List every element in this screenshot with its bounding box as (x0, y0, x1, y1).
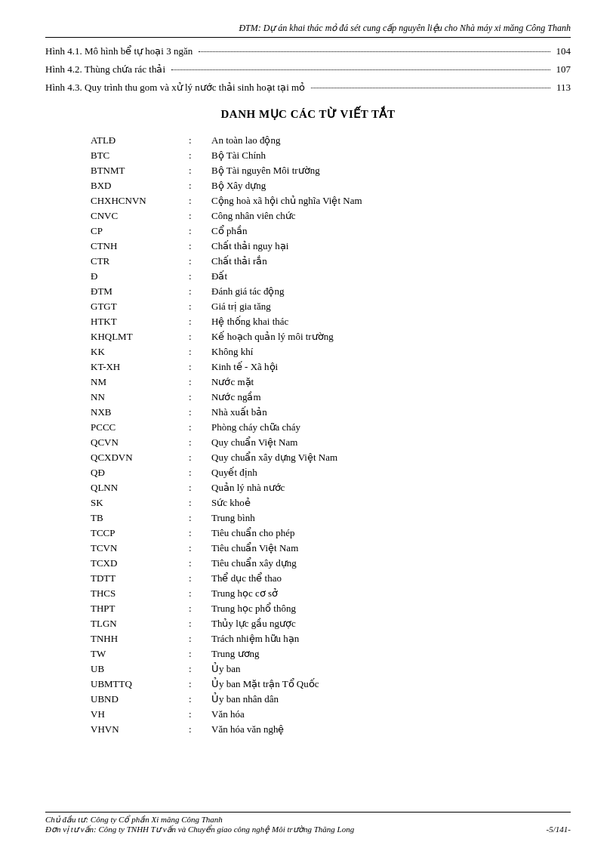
abbr-row: CHXHCNVN:Cộng hoà xã hội chủ nghĩa Việt … (91, 193, 616, 208)
abbr-row: UB:Ủy ban (91, 661, 616, 677)
abbr-definition: Ủy ban (211, 661, 616, 677)
abbr-colon: : (189, 526, 211, 541)
abbr-colon: : (189, 722, 211, 737)
footer-consultant: Đơn vị tư vấn: Công ty TNHH Tư vấn và Ch… (45, 825, 354, 834)
abbr-colon: : (189, 707, 211, 722)
abbr-definition: Tiêu chuẩn Việt Nam (211, 541, 616, 556)
page-header: ĐTM: Dự án khai thác mỏ đá sét cung cấp … (45, 23, 571, 38)
abbr-colon: : (189, 390, 211, 405)
abbr-colon: : (189, 661, 211, 677)
abbr-term: ATLĐ (91, 133, 189, 148)
abbr-term: CTR (91, 254, 189, 269)
header-text: ĐTM: Dự án khai thác mỏ đá sét cung cấp … (239, 23, 571, 33)
abbr-colon: : (189, 208, 211, 224)
abbr-colon: : (189, 224, 211, 239)
abbr-definition: Quy chuẩn Việt Nam (211, 435, 616, 450)
abbr-definition: Ủy ban Mặt trận Tổ Quốc (211, 677, 616, 692)
abbr-definition: Chất thải rắn (211, 254, 616, 269)
abbr-term: TDTT (91, 571, 189, 586)
abbr-term: SK (91, 495, 189, 510)
abbr-colon: : (189, 359, 211, 375)
abbr-colon: : (189, 646, 211, 661)
abbr-row: CTR:Chất thải rắn (91, 254, 616, 269)
abbreviations-table: ATLĐ:An toàn lao độngBTC:Bộ Tài ChínhBTN… (91, 133, 616, 737)
abbr-row: ATLĐ:An toàn lao động (91, 133, 616, 148)
abbr-colon: : (189, 420, 211, 435)
abbr-colon: : (189, 571, 211, 586)
abbr-row: TW:Trung ương (91, 646, 616, 661)
abbr-definition: Chất thải nguy hại (211, 239, 616, 254)
abbr-definition: Tiêu chuẩn cho phép (211, 526, 616, 541)
abbr-definition: Thủy lực gầu ngược (211, 616, 616, 631)
abbr-definition: Quản lý nhà nước (211, 480, 616, 495)
abbr-definition: Trách nhiệm hữu hạn (211, 631, 616, 646)
abbr-term: QĐ (91, 465, 189, 480)
abbr-definition: Trung ương (211, 646, 616, 661)
abbr-colon: : (189, 329, 211, 344)
abbr-colon: : (189, 692, 211, 707)
abbr-colon: : (189, 677, 211, 692)
abbr-term: UB (91, 661, 189, 677)
abbr-term: NN (91, 390, 189, 405)
abbr-definition: Ủy ban nhân dân (211, 692, 616, 707)
abbr-row: TCVN:Tiêu chuẩn Việt Nam (91, 541, 616, 556)
abbr-term: CTNH (91, 239, 189, 254)
toc-page-1: 104 (556, 45, 571, 57)
footer-line2: Đơn vị tư vấn: Công ty TNHH Tư vấn và Ch… (45, 825, 571, 834)
abbr-term: THPT (91, 601, 189, 616)
toc-label-2: Hình 4.2. Thùng chứa rác thải (45, 63, 165, 76)
abbr-definition: An toàn lao động (211, 133, 616, 148)
abbr-term: TB (91, 510, 189, 526)
abbr-row: SK:Sức khoẻ (91, 495, 616, 510)
abbr-colon: : (189, 178, 211, 193)
abbr-row: CNVC:Công nhân viên chức (91, 208, 616, 224)
abbr-term: KK (91, 344, 189, 359)
toc-page-2: 107 (556, 63, 571, 76)
abbr-definition: Cộng hoà xã hội chủ nghĩa Việt Nam (211, 193, 616, 208)
abbr-row: VH:Văn hóa (91, 707, 616, 722)
abbr-definition: Nước ngầm (211, 390, 616, 405)
abbr-colon: : (189, 465, 211, 480)
abbr-definition: Nước mặt (211, 375, 616, 390)
abbr-term: KHQLMT (91, 329, 189, 344)
abbr-term: CNVC (91, 208, 189, 224)
toc-dots-1 (199, 51, 550, 52)
abbr-row: PCCC:Phòng cháy chữa cháy (91, 420, 616, 435)
abbr-row: NXB:Nhà xuất bản (91, 405, 616, 420)
abbr-row: BXD:Bộ Xây dựng (91, 178, 616, 193)
abbr-row: THCS:Trung học cơ sở (91, 586, 616, 601)
toc-entry-1: Hình 4.1. Mô hình bể tự hoại 3 ngăn 104 (45, 45, 571, 57)
abbr-row: TCCP:Tiêu chuẩn cho phép (91, 526, 616, 541)
abbr-term: NXB (91, 405, 189, 420)
abbr-definition: Đánh giá tác động (211, 284, 616, 299)
abbr-colon: : (189, 193, 211, 208)
toc-label-3: Hình 4.3. Quy trình thu gom và xử lý nướ… (45, 82, 305, 94)
abbr-term: HTKT (91, 314, 189, 329)
abbr-row: GTGT:Giá trị gia tăng (91, 299, 616, 314)
footer-line1: Chủ đầu tư: Công ty Cổ phần Xi măng Công… (45, 815, 571, 825)
abbr-row: TCXD:Tiêu chuẩn xây dựng (91, 556, 616, 571)
toc-dots-3 (311, 88, 550, 88)
abbr-term: KT-XH (91, 359, 189, 375)
toc-dots-2 (171, 69, 550, 70)
abbr-term: UBMTTQ (91, 677, 189, 692)
abbr-term: Đ (91, 269, 189, 284)
abbr-row: NM:Nước mặt (91, 375, 616, 390)
abbr-row: CTNH:Chất thải nguy hại (91, 239, 616, 254)
abbr-term: TW (91, 646, 189, 661)
abbr-definition: Quyết định (211, 465, 616, 480)
abbr-term: TNHH (91, 631, 189, 646)
abbr-definition: Đất (211, 269, 616, 284)
abbr-definition: Quy chuẩn xây dựng Việt Nam (211, 450, 616, 465)
abbr-term: ĐTM (91, 284, 189, 299)
abbr-term: QCXDVN (91, 450, 189, 465)
toc-entry-2: Hình 4.2. Thùng chứa rác thải 107 (45, 63, 571, 76)
abbr-definition: Thể dục thể thao (211, 571, 616, 586)
abbr-row: UBMTTQ:Ủy ban Mặt trận Tổ Quốc (91, 677, 616, 692)
abbr-term: QCVN (91, 435, 189, 450)
page: ĐTM: Dự án khai thác mỏ đá sét cung cấp … (0, 0, 616, 848)
abbr-definition: Phòng cháy chữa cháy (211, 420, 616, 435)
abbr-row: Đ:Đất (91, 269, 616, 284)
abbr-colon: : (189, 314, 211, 329)
abbr-term: VHVN (91, 722, 189, 737)
